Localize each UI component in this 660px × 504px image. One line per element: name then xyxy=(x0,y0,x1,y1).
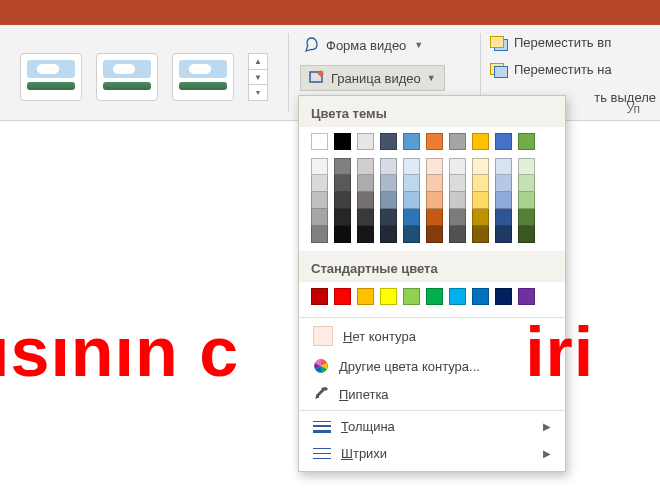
color-swatch[interactable] xyxy=(426,175,443,192)
video-style-option[interactable] xyxy=(20,53,82,101)
color-swatch[interactable] xyxy=(380,226,397,243)
color-swatch[interactable] xyxy=(357,288,374,305)
color-swatch[interactable] xyxy=(380,192,397,209)
weight-menuitem[interactable]: Толщина ▶ xyxy=(299,413,565,440)
color-swatch[interactable] xyxy=(426,209,443,226)
color-shade-column xyxy=(380,158,397,243)
bring-forward-icon xyxy=(490,36,508,50)
color-swatch[interactable] xyxy=(449,226,466,243)
color-swatch[interactable] xyxy=(403,192,420,209)
color-swatch[interactable] xyxy=(518,226,535,243)
color-swatch[interactable] xyxy=(472,158,489,175)
color-swatch[interactable] xyxy=(449,288,466,305)
color-swatch[interactable] xyxy=(311,209,328,226)
color-swatch[interactable] xyxy=(495,192,512,209)
color-swatch[interactable] xyxy=(495,226,512,243)
color-swatch[interactable] xyxy=(449,158,466,175)
color-swatch[interactable] xyxy=(403,158,420,175)
dropdown-caret-icon: ▼ xyxy=(414,40,423,50)
color-swatch[interactable] xyxy=(357,175,374,192)
color-swatch[interactable] xyxy=(403,288,420,305)
color-swatch[interactable] xyxy=(380,175,397,192)
color-swatch[interactable] xyxy=(334,133,351,150)
color-swatch[interactable] xyxy=(311,158,328,175)
color-swatch[interactable] xyxy=(449,133,466,150)
color-swatch[interactable] xyxy=(426,192,443,209)
ribbon-separator xyxy=(288,33,289,112)
color-swatch[interactable] xyxy=(334,192,351,209)
color-swatch[interactable] xyxy=(311,133,328,150)
video-style-option[interactable] xyxy=(172,53,234,101)
dashes-menuitem[interactable]: Штрихи ▶ xyxy=(299,440,565,467)
color-swatch[interactable] xyxy=(380,158,397,175)
color-swatch[interactable] xyxy=(334,226,351,243)
color-shade-column xyxy=(334,158,351,243)
color-swatch[interactable] xyxy=(357,133,374,150)
color-swatch[interactable] xyxy=(518,133,535,150)
color-swatch[interactable] xyxy=(449,175,466,192)
color-swatch[interactable] xyxy=(403,133,420,150)
color-swatch[interactable] xyxy=(380,209,397,226)
section-title-theme-colors: Цвета темы xyxy=(299,96,565,127)
color-swatch[interactable] xyxy=(495,288,512,305)
color-swatch[interactable] xyxy=(380,133,397,150)
color-swatch[interactable] xyxy=(311,288,328,305)
color-swatch[interactable] xyxy=(472,133,489,150)
color-swatch[interactable] xyxy=(357,209,374,226)
selection-pane-button[interactable]: ть выделе xyxy=(594,90,656,105)
color-swatch[interactable] xyxy=(403,209,420,226)
send-backward-icon xyxy=(490,63,508,77)
video-style-option[interactable] xyxy=(96,53,158,101)
slide-red-text: ısının ciri xyxy=(0,312,594,392)
color-swatch[interactable] xyxy=(472,209,489,226)
color-swatch[interactable] xyxy=(518,192,535,209)
color-swatch[interactable] xyxy=(495,209,512,226)
color-swatch[interactable] xyxy=(334,209,351,226)
theme-color-shade-grid xyxy=(299,154,565,251)
color-swatch[interactable] xyxy=(426,133,443,150)
color-swatch[interactable] xyxy=(334,158,351,175)
standard-color-row xyxy=(299,282,565,315)
color-shade-column xyxy=(311,158,328,243)
color-swatch[interactable] xyxy=(472,192,489,209)
bring-forward-label: Переместить вп xyxy=(514,35,611,50)
color-swatch[interactable] xyxy=(426,226,443,243)
color-swatch[interactable] xyxy=(495,175,512,192)
color-swatch[interactable] xyxy=(518,158,535,175)
color-swatch[interactable] xyxy=(518,288,535,305)
color-swatch[interactable] xyxy=(495,133,512,150)
video-border-button[interactable]: Граница видео ▼ xyxy=(300,65,445,91)
color-swatch[interactable] xyxy=(334,175,351,192)
color-swatch[interactable] xyxy=(495,158,512,175)
send-backward-button[interactable]: Переместить на xyxy=(490,62,612,77)
color-swatch[interactable] xyxy=(311,226,328,243)
color-swatch[interactable] xyxy=(518,175,535,192)
color-swatch[interactable] xyxy=(334,288,351,305)
menu-separator xyxy=(299,410,565,411)
color-swatch[interactable] xyxy=(472,288,489,305)
color-swatch[interactable] xyxy=(403,175,420,192)
gallery-spinner[interactable]: ▲ ▼ ▾ xyxy=(248,53,268,101)
gallery-more-icon[interactable]: ▾ xyxy=(249,84,267,100)
color-swatch[interactable] xyxy=(426,158,443,175)
color-swatch[interactable] xyxy=(449,192,466,209)
color-swatch[interactable] xyxy=(472,226,489,243)
color-swatch[interactable] xyxy=(472,175,489,192)
color-swatch[interactable] xyxy=(311,192,328,209)
gallery-down-icon[interactable]: ▼ xyxy=(249,69,267,85)
gallery-up-icon[interactable]: ▲ xyxy=(249,54,267,69)
color-swatch[interactable] xyxy=(426,288,443,305)
video-shape-button[interactable]: Форма видео ▼ xyxy=(304,37,423,53)
color-swatch[interactable] xyxy=(380,288,397,305)
color-swatch[interactable] xyxy=(357,158,374,175)
color-swatch[interactable] xyxy=(357,226,374,243)
color-swatch[interactable] xyxy=(403,226,420,243)
dropdown-caret-icon: ▼ xyxy=(427,73,436,83)
color-swatch[interactable] xyxy=(518,209,535,226)
color-shade-column xyxy=(403,158,420,243)
color-swatch[interactable] xyxy=(311,175,328,192)
color-shade-column xyxy=(357,158,374,243)
bring-forward-button[interactable]: Переместить вп xyxy=(490,35,611,50)
color-swatch[interactable] xyxy=(357,192,374,209)
color-swatch[interactable] xyxy=(449,209,466,226)
